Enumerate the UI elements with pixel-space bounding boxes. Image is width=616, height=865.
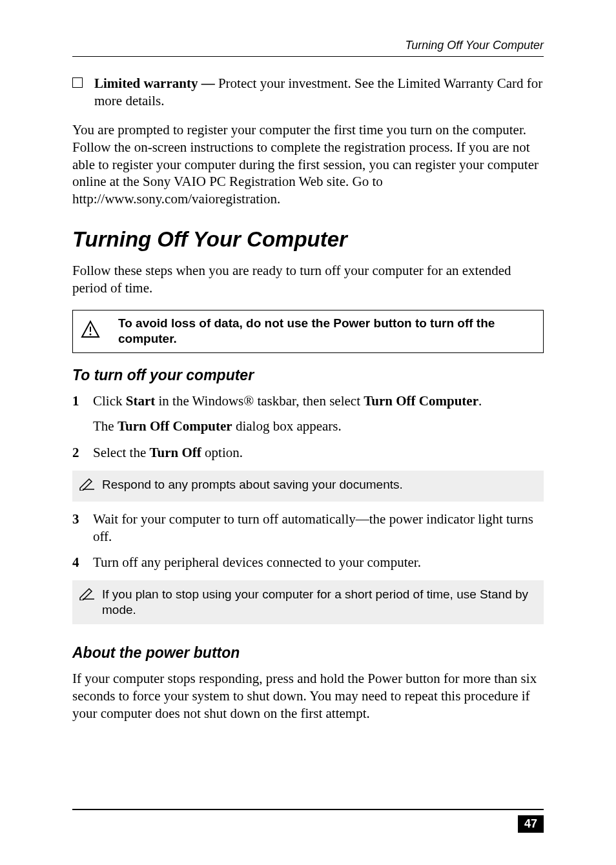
page-footer: 47 (72, 809, 544, 833)
step-text: Click Start in the Windows® taskbar, the… (93, 392, 544, 435)
step-subtext: The Turn Off Computer dialog box appears… (93, 418, 544, 435)
bold-fragment: Turn Off (149, 445, 201, 460)
intro-paragraph: You are prompted to register your comput… (72, 121, 544, 208)
bullet-square-icon (72, 77, 83, 88)
warning-text: To avoid loss of data, do not use the Po… (118, 316, 535, 347)
page-number: 47 (518, 815, 544, 833)
bold-fragment: Turn Off Computer (364, 393, 478, 409)
step-2: 2 Select the Turn Off option. (72, 444, 544, 462)
step-number: 3 (72, 511, 93, 528)
note-box-2: If you plan to stop using your computer … (72, 580, 544, 624)
pencil-icon (79, 478, 96, 495)
step-number: 1 (72, 392, 93, 410)
text-fragment: option. (201, 445, 243, 460)
header-rule (72, 56, 544, 57)
step-3: 3 Wait for your computer to turn off aut… (72, 511, 544, 545)
bullet-item: Limited warranty — Protect your investme… (72, 75, 544, 110)
note-box-1: Respond to any prompts about saving your… (72, 471, 544, 502)
steps-list-cont: 3 Wait for your computer to turn off aut… (72, 511, 544, 572)
step-number: 2 (72, 444, 93, 462)
text-fragment: Select the (93, 445, 149, 460)
steps-list: 1 Click Start in the Windows® taskbar, t… (72, 392, 544, 462)
step-text: Turn off any peripheral devices connecte… (93, 554, 544, 571)
text-fragment: Click (93, 393, 126, 409)
footer-rule (72, 809, 544, 810)
text-fragment: The (93, 418, 118, 434)
step-number: 4 (72, 554, 93, 571)
subsection-power-button: About the power button (72, 644, 544, 662)
subsection-turn-off: To turn off your computer (72, 366, 544, 385)
step-4: 4 Turn off any peripheral devices connec… (72, 554, 544, 571)
note-text: Respond to any prompts about saving your… (102, 477, 537, 493)
bullet-text: Limited warranty — Protect your investme… (94, 75, 544, 110)
note-text: If you plan to stop using your computer … (102, 587, 537, 618)
bold-fragment: Start (126, 393, 156, 409)
svg-point-2 (90, 333, 92, 335)
text-fragment: . (478, 393, 482, 409)
warning-box: To avoid loss of data, do not use the Po… (72, 310, 544, 353)
section-heading: Turning Off Your Computer (72, 226, 544, 253)
pencil-icon (79, 587, 96, 605)
step-1: 1 Click Start in the Windows® taskbar, t… (72, 392, 544, 435)
section-intro: Follow these steps when you are ready to… (72, 262, 544, 297)
text-fragment: dialog box appears. (232, 418, 342, 434)
text-fragment: in the Windows® taskbar, then select (155, 393, 364, 409)
page-content: Turning Off Your Computer Limited warran… (0, 0, 616, 761)
step-text: Wait for your computer to turn off autom… (93, 511, 544, 545)
bullet-lead: Limited warranty — (94, 76, 218, 91)
bold-fragment: Turn Off Computer (118, 418, 232, 434)
about-paragraph: If your computer stops responding, press… (72, 670, 544, 722)
body-text: Limited warranty — Protect your investme… (72, 75, 544, 722)
running-head: Turning Off Your Computer (72, 39, 544, 52)
step-text: Select the Turn Off option. (93, 444, 544, 462)
warning-triangle-icon (81, 320, 100, 343)
